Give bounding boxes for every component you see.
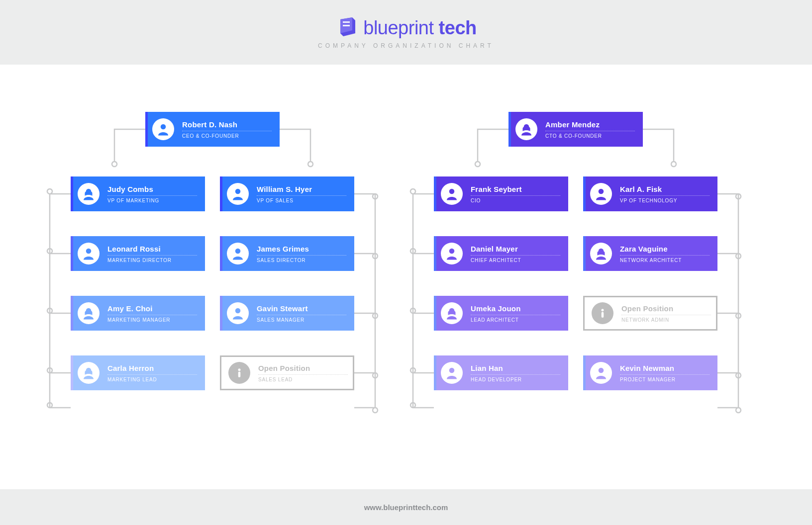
svg-point-2 xyxy=(161,124,166,130)
avatar-icon xyxy=(78,302,100,324)
person-name: Lian Han xyxy=(471,364,560,375)
svg-point-6 xyxy=(235,249,241,254)
svg-rect-1 xyxy=(343,25,350,26)
card-l4b-open: Open PositionSALES LEAD xyxy=(220,355,354,390)
card-l2a: Leonard RossiMARKETING DIRECTOR xyxy=(71,236,205,271)
card-r3a: Umeka JouonLEAD ARCHITECT xyxy=(434,296,568,331)
person-title: MARKETING LEAD xyxy=(107,377,197,382)
person-title: VP OF MARKETING xyxy=(107,198,197,203)
card-r4a: Lian HanHEAD DEVELOPER xyxy=(434,355,568,390)
avatar-icon xyxy=(441,243,463,264)
avatar-icon xyxy=(441,362,463,384)
person-name: Robert D. Nash xyxy=(182,120,272,131)
person-name: Amy E. Choi xyxy=(107,304,197,315)
person-title: PROJECT MANAGER xyxy=(620,377,710,382)
card-r2b: Zara VaguineNETWORK ARCHITECT xyxy=(583,236,717,271)
avatar-icon xyxy=(441,302,463,324)
card-l1b: William S. HyerVP OF SALES xyxy=(220,176,354,211)
brand-name: blueprint tech xyxy=(363,17,476,39)
person-name: James Grimes xyxy=(257,245,346,256)
person-name: Frank Seybert xyxy=(471,185,560,196)
card-r1b: Karl A. FiskVP OF TECHNOLOGY xyxy=(583,176,717,211)
person-name: Umeka Jouon xyxy=(471,304,560,315)
svg-rect-0 xyxy=(343,21,350,23)
person-name: Open Position xyxy=(258,364,348,375)
svg-rect-11 xyxy=(238,372,241,377)
brand-word1: blueprint xyxy=(363,17,433,38)
svg-point-20 xyxy=(449,368,455,373)
card-cto: Amber MendezCTO & CO-FOUNDER xyxy=(508,112,643,147)
person-title: SALES LEAD xyxy=(258,377,348,382)
avatar-icon xyxy=(78,362,100,384)
card-r2a: Daniel MayerCHIEF ARCHITECT xyxy=(434,236,568,271)
avatar-icon xyxy=(515,118,537,140)
avatar-icon xyxy=(227,183,249,205)
card-l2b: James GrimesSALES DIRECTOR xyxy=(220,236,354,271)
person-title: NETWORK ADMIN xyxy=(621,317,711,323)
person-title: CTO & CO-FOUNDER xyxy=(545,133,635,139)
svg-point-10 xyxy=(238,368,241,371)
person-title: MARKETING MANAGER xyxy=(107,317,197,323)
brand-word2: tech xyxy=(439,17,477,38)
avatar-icon xyxy=(227,243,249,264)
svg-point-13 xyxy=(449,189,455,194)
avatar-icon xyxy=(590,243,612,264)
avatar-icon xyxy=(441,183,463,205)
person-title: CIO xyxy=(471,198,560,203)
svg-rect-19 xyxy=(602,312,604,318)
avatar-icon xyxy=(590,362,612,384)
person-title: SALES DIRECTOR xyxy=(257,258,346,263)
svg-point-21 xyxy=(599,368,604,373)
person-name: Open Position xyxy=(621,304,711,315)
connectors xyxy=(0,65,812,489)
person-title: MARKETING DIRECTOR xyxy=(107,258,197,263)
card-r4b: Kevin NewmanPROJECT MANAGER xyxy=(583,355,717,390)
svg-point-5 xyxy=(86,249,92,254)
person-name: Carla Herron xyxy=(107,364,197,375)
card-r3b-open: Open PositionNETWORK ADMIN xyxy=(583,296,717,331)
person-name: Karl A. Fisk xyxy=(620,185,710,196)
avatar-icon xyxy=(78,243,100,264)
person-title: VP OF TECHNOLOGY xyxy=(620,198,710,203)
person-name: Zara Vaguine xyxy=(620,245,710,256)
person-name: Leonard Rossi xyxy=(107,245,197,256)
svg-point-14 xyxy=(599,189,604,194)
card-l4a: Carla HerronMARKETING LEAD xyxy=(71,355,205,390)
card-l3b: Gavin StewartSALES MANAGER xyxy=(220,296,354,331)
person-title: CEO & CO-FOUNDER xyxy=(182,133,272,139)
logo-icon xyxy=(335,15,358,40)
person-name: Amber Mendez xyxy=(545,120,635,131)
svg-point-8 xyxy=(235,308,241,314)
svg-point-18 xyxy=(602,309,604,311)
info-icon xyxy=(228,362,250,384)
avatar-icon xyxy=(152,118,174,140)
header: blueprint tech COMPANY ORGANIZATION CHAR… xyxy=(0,0,812,65)
subtitle: COMPANY ORGANIZATION CHART xyxy=(318,42,494,49)
card-ceo: Robert D. NashCEO & CO-FOUNDER xyxy=(145,112,280,147)
avatar-icon xyxy=(590,183,612,205)
person-name: William S. Hyer xyxy=(257,185,346,196)
person-title: VP OF SALES xyxy=(257,198,346,203)
org-chart-canvas: Robert D. NashCEO & CO-FOUNDER Judy Comb… xyxy=(0,65,812,489)
svg-point-15 xyxy=(449,249,455,254)
person-name: Kevin Newman xyxy=(620,364,710,375)
avatar-icon xyxy=(227,302,249,324)
person-name: Gavin Stewart xyxy=(257,304,346,315)
card-r1a: Frank SeybertCIO xyxy=(434,176,568,211)
person-title: LEAD ARCHITECT xyxy=(471,317,560,323)
card-l1a: Judy CombsVP OF MARKETING xyxy=(71,176,205,211)
info-icon xyxy=(592,302,613,324)
person-name: Daniel Mayer xyxy=(471,245,560,256)
svg-point-4 xyxy=(235,189,241,194)
person-title: SALES MANAGER xyxy=(257,317,346,323)
avatar-icon xyxy=(78,183,100,205)
person-name: Judy Combs xyxy=(107,185,197,196)
person-title: HEAD DEVELOPER xyxy=(471,377,560,382)
person-title: NETWORK ARCHITECT xyxy=(620,258,710,263)
footer-url: www.blueprinttech.com xyxy=(0,489,812,525)
card-l3a: Amy E. ChoiMARKETING MANAGER xyxy=(71,296,205,331)
person-title: CHIEF ARCHITECT xyxy=(471,258,560,263)
